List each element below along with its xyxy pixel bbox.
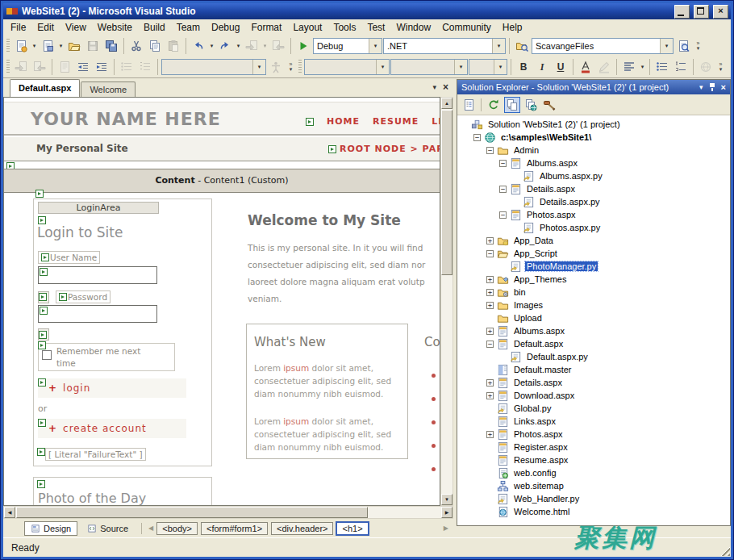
solution-configurations-combo[interactable]: Debug▾	[313, 38, 382, 54]
collapse-icon[interactable]: −	[486, 147, 494, 154]
menu-tools[interactable]: Tools	[327, 20, 361, 35]
tree-item-images[interactable]: +Images	[457, 299, 730, 311]
scroll-left-icon[interactable]: ◀	[4, 507, 15, 518]
foreground-color-button[interactable]	[577, 58, 594, 76]
remember-checkbox[interactable]	[42, 350, 52, 360]
source-view-button[interactable]: Source	[81, 521, 135, 536]
expand-icon[interactable]: +	[486, 237, 494, 244]
tree-item-photos-aspx[interactable]: −Photos.aspx	[457, 208, 730, 221]
new-project-button[interactable]	[39, 37, 56, 55]
horizontal-scroll-thumb[interactable]	[16, 507, 368, 518]
alignment-button[interactable]	[620, 58, 638, 76]
toolbar-overflow-button[interactable]: »▾	[693, 37, 703, 55]
tree-item-web-handler-py[interactable]: Web_Handler.py	[457, 492, 730, 505]
start-debugging-button[interactable]	[294, 37, 312, 55]
block-format-combo-dropdown-icon[interactable]: ▾	[376, 60, 389, 74]
platform-combo[interactable]: .NET▾	[383, 38, 506, 54]
decrease-indent-button[interactable]	[74, 58, 92, 76]
tree-item-albums-aspx-py[interactable]: Albums.aspx.py	[457, 169, 730, 182]
menu-file[interactable]: File	[5, 20, 31, 35]
scroll-right-icon[interactable]: ▶	[441, 507, 452, 518]
find-combo-dropdown-icon[interactable]: ▾	[660, 39, 673, 53]
font-name-combo[interactable]: ▾	[390, 59, 468, 75]
tree-item-web-config[interactable]: web.config	[457, 466, 730, 479]
collapse-icon[interactable]: −	[486, 341, 494, 348]
copy-button[interactable]	[146, 37, 164, 55]
window-position-icon[interactable]: ▾	[699, 83, 703, 91]
tree-item-solution-website1-2-1-project[interactable]: Solution 'WebSite1 (2)' (1 project)	[457, 118, 730, 131]
font-size-combo-dropdown-icon[interactable]: ▾	[494, 60, 507, 74]
content-placeholder-bar[interactable]: Content - Content1 (Custom)	[4, 169, 440, 193]
underline-button[interactable]: U	[552, 58, 569, 76]
tag-div-header[interactable]: <div.header>	[271, 522, 333, 535]
nav-link-home[interactable]: HOME	[327, 116, 360, 127]
scroll-down-icon[interactable]: ▼	[441, 494, 452, 505]
increase-indent-button[interactable]	[93, 58, 111, 76]
menu-window[interactable]: Window	[390, 20, 436, 35]
expand-icon[interactable]: +	[486, 289, 494, 296]
add-new-item-button-dropdown-icon[interactable]: ▾	[31, 43, 38, 49]
menu-edit[interactable]: Edit	[31, 20, 60, 35]
solution-explorer-titlebar[interactable]: Solution Explorer - Solution 'WebSite1 (…	[457, 80, 730, 94]
expand-icon[interactable]: +	[486, 302, 494, 309]
font-size-combo[interactable]: ▾	[469, 59, 507, 75]
tree-item-default-aspx-py[interactable]: Default.aspx.py	[457, 350, 730, 363]
expand-icon[interactable]: +	[486, 379, 494, 387]
expand-icon[interactable]: +	[486, 431, 494, 438]
toolbar-grip[interactable]	[298, 60, 302, 74]
tab-default-aspx[interactable]: Default.aspx	[10, 79, 80, 97]
minimize-button[interactable]	[674, 5, 690, 19]
auto-hide-pin-icon[interactable]	[708, 82, 716, 93]
save-all-button[interactable]	[102, 37, 120, 55]
tree-item-app-themes[interactable]: +App_Themes	[457, 273, 730, 286]
expand-icon[interactable]: +	[486, 392, 494, 399]
design-horizontal-scrollbar[interactable]: ◀ ▶	[3, 506, 453, 519]
menu-team[interactable]: Team	[171, 20, 206, 35]
tag-scroll-left-icon[interactable]: ◀	[148, 524, 153, 532]
close-panel-icon[interactable]: ×	[721, 82, 726, 92]
aspnet-configuration-button[interactable]	[541, 97, 557, 113]
expand-icon[interactable]: +	[486, 328, 494, 335]
toolbar-grip[interactable]	[6, 60, 10, 74]
tree-item-welcome-html[interactable]: Welcome.html	[457, 505, 730, 518]
design-vertical-scrollbar[interactable]: ▲ ▼	[440, 97, 453, 506]
collapse-icon[interactable]: −	[499, 186, 507, 193]
collapse-icon[interactable]: −	[473, 134, 481, 141]
tree-item-app-data[interactable]: +App_Data	[457, 234, 730, 247]
refresh-button[interactable]	[486, 97, 502, 113]
tree-item-photomanager-py[interactable]: PhotoManager.py	[457, 260, 730, 273]
menu-build[interactable]: Build	[138, 20, 171, 35]
target-rule-combo[interactable]: ▾	[161, 59, 266, 75]
nest-related-files-button[interactable]	[504, 97, 520, 113]
find-button[interactable]	[674, 37, 692, 55]
new-project-button-dropdown-icon[interactable]: ▾	[57, 43, 65, 49]
font-name-combo-dropdown-icon[interactable]: ▾	[454, 60, 467, 74]
toolbar-grip[interactable]	[6, 39, 10, 53]
toolbar-overflow-button[interactable]: »▾	[286, 58, 296, 76]
tag-h1[interactable]: <h1>	[336, 522, 368, 535]
tree-item-admin[interactable]: −Admin	[457, 144, 730, 157]
login-area-header[interactable]: LoginArea	[38, 202, 159, 214]
tree-item-photos-aspx-py[interactable]: Photos.aspx.py	[457, 221, 730, 234]
tree-item-download-aspx[interactable]: +Download.aspx	[457, 389, 730, 402]
menu-help[interactable]: Help	[497, 20, 528, 35]
numbering-button[interactable]	[672, 58, 690, 76]
collapse-icon[interactable]: −	[499, 160, 507, 167]
menu-view[interactable]: View	[60, 20, 92, 35]
tree-item-default-aspx[interactable]: −Default.aspx	[457, 337, 730, 350]
design-view-button[interactable]: Design	[24, 521, 77, 536]
collapse-icon[interactable]: −	[499, 211, 507, 219]
tree-item-global-py[interactable]: Global.py	[457, 402, 730, 415]
redo-button[interactable]	[216, 37, 234, 55]
tree-item-c-samples-website1[interactable]: −c:\samples\WebSite1\	[457, 131, 730, 144]
redo-button-dropdown-icon[interactable]: ▾	[235, 43, 242, 49]
scroll-up-icon[interactable]: ▲	[441, 98, 452, 109]
tree-item-default-master[interactable]: Default.master	[457, 363, 730, 376]
tag-body[interactable]: <body>	[156, 522, 198, 535]
create-account-button[interactable]: + create account	[38, 419, 186, 438]
tree-item-photos-aspx[interactable]: +Photos.aspx	[457, 428, 730, 441]
nav-link-links[interactable]: LINKS	[432, 116, 440, 127]
tree-item-resume-aspx[interactable]: Resume.aspx	[457, 453, 730, 466]
cut-button[interactable]	[127, 37, 145, 55]
tree-item-details-aspx[interactable]: −Details.aspx	[457, 182, 730, 195]
